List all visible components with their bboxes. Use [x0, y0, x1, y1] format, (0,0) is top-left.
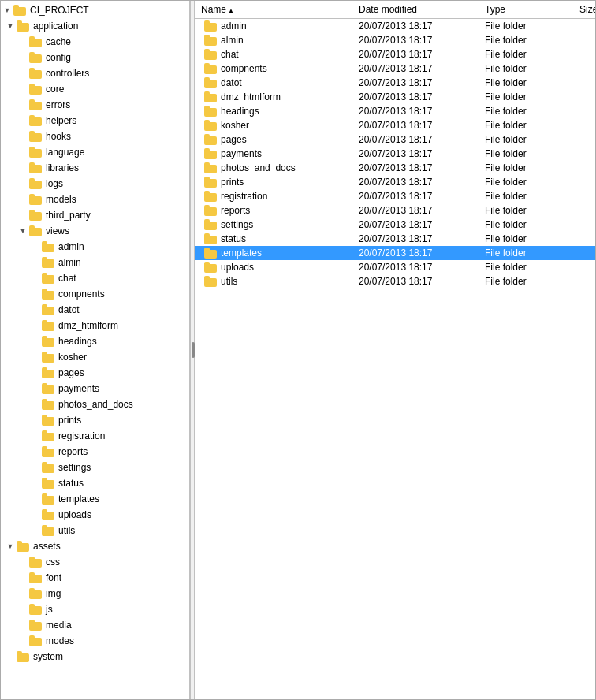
table-row[interactable]: chat 20/07/2013 18:17 File folder [195, 47, 595, 61]
folder-icon [204, 177, 218, 188]
tree-item[interactable]: almin [1, 255, 189, 270]
table-row[interactable]: headings 20/07/2013 18:17 File folder [195, 104, 595, 118]
tree-item[interactable]: cache [1, 34, 189, 50]
folder-icon [204, 276, 218, 287]
tree-item[interactable]: templates [1, 491, 189, 507]
tree-item[interactable]: registration [1, 428, 189, 444]
table-row[interactable]: settings 20/07/2013 18:17 File folder [195, 218, 595, 232]
tree-item[interactable]: logs [1, 176, 189, 192]
table-row[interactable]: payments 20/07/2013 18:17 File folder [195, 147, 595, 161]
file-date-cell: 20/07/2013 18:17 [352, 176, 479, 188]
file-type-cell: File folder [479, 233, 573, 245]
tree-item[interactable]: kosher [1, 349, 189, 365]
divider-handle [192, 342, 195, 358]
folder-icon [29, 194, 43, 205]
file-date-cell: 20/07/2013 18:17 [352, 204, 479, 217]
table-row[interactable]: compnents 20/07/2013 18:17 File folder [195, 61, 595, 76]
tree-item[interactable]: hooks [1, 128, 189, 144]
panel-divider[interactable] [190, 1, 195, 699]
tree-item[interactable]: photos_and_docs [1, 397, 189, 412]
table-row[interactable]: dmz_htmlform 20/07/2013 18:17 File folde… [195, 90, 595, 104]
table-row[interactable]: templates 20/07/2013 18:17 File folder [195, 246, 595, 260]
tree-item[interactable]: js [1, 601, 189, 617]
table-row[interactable]: status 20/07/2013 18:17 File folder [195, 232, 595, 246]
tree-label: media [46, 618, 72, 632]
tree-item[interactable]: admin [1, 239, 189, 255]
table-row[interactable]: prints 20/07/2013 18:17 File folder [195, 175, 595, 189]
tree-item[interactable]: prints [1, 412, 189, 428]
table-row[interactable]: photos_and_docs 20/07/2013 18:17 File fo… [195, 161, 595, 175]
header-type[interactable]: Type [479, 2, 573, 17]
tree-label: img [46, 586, 61, 601]
tree-item[interactable]: uploads [1, 507, 189, 523]
folder-icon [29, 557, 43, 568]
file-name-cell: datot [195, 76, 352, 89]
tree-item[interactable]: libraries [1, 160, 189, 176]
expand-icon: ▼ [1, 6, 13, 14]
header-size[interactable]: Size [573, 2, 595, 17]
table-row[interactable]: kosher 20/07/2013 18:17 File folder [195, 118, 595, 132]
tree-item[interactable]: payments [1, 381, 189, 397]
tree-item[interactable]: compnents [1, 286, 189, 302]
tree-item[interactable]: font [1, 570, 189, 586]
folder-icon [204, 248, 218, 259]
folder-icon [204, 219, 218, 230]
table-row[interactable]: datot 20/07/2013 18:17 File folder [195, 76, 595, 90]
tree-item[interactable]: third_party [1, 207, 189, 223]
file-date-cell: 20/07/2013 18:17 [352, 91, 479, 103]
folder-icon [204, 233, 218, 244]
file-name-cell: uploads [195, 261, 352, 274]
tree-item[interactable]: img [1, 586, 189, 601]
tree-item[interactable]: utils [1, 523, 189, 538]
tree-item[interactable]: ▼ assets [1, 538, 189, 554]
tree-item[interactable]: controllers [1, 65, 189, 81]
tree-item[interactable]: ▼ views [1, 223, 189, 239]
header-date[interactable]: Date modified [352, 2, 479, 17]
tree-item[interactable]: config [1, 50, 189, 65]
tree-item[interactable]: headings [1, 333, 189, 349]
tree-item[interactable]: status [1, 475, 189, 491]
file-date-cell: 20/07/2013 18:17 [352, 247, 479, 259]
tree-item[interactable]: dmz_htmlform [1, 318, 189, 333]
tree-item[interactable]: helpers [1, 113, 189, 128]
tree-item[interactable]: datot [1, 302, 189, 318]
tree-item[interactable]: reports [1, 444, 189, 460]
tree-item[interactable]: modes [1, 633, 189, 649]
tree-item[interactable]: media [1, 617, 189, 633]
file-date-cell: 20/07/2013 18:17 [352, 34, 479, 47]
tree-item[interactable]: models [1, 192, 189, 207]
left-panel[interactable]: ▼ CI_PROJECT ▼ application cache config … [1, 1, 190, 699]
tree-item[interactable]: css [1, 554, 189, 570]
tree-label: hooks [46, 129, 71, 143]
tree-item[interactable]: ▼ application [1, 18, 189, 34]
tree-label: settings [58, 460, 91, 475]
table-row[interactable]: uploads 20/07/2013 18:17 File folder [195, 260, 595, 274]
folder-icon [42, 289, 56, 300]
tree-item[interactable]: system [1, 649, 189, 665]
tree-item-root[interactable]: ▼ CI_PROJECT [1, 2, 189, 18]
tree-label: font [46, 571, 61, 585]
tree-label: models [46, 192, 76, 207]
header-name[interactable]: Name▲ [195, 2, 352, 17]
tree-label: chat [58, 271, 76, 285]
tree-item[interactable]: pages [1, 365, 189, 381]
table-row[interactable]: pages 20/07/2013 18:17 File folder [195, 132, 595, 147]
folder-icon [29, 84, 43, 95]
tree-item[interactable]: chat [1, 270, 189, 286]
table-row[interactable]: admin 20/07/2013 18:17 File folder [195, 19, 595, 33]
table-row[interactable]: almin 20/07/2013 18:17 File folder [195, 33, 595, 47]
file-size-cell [573, 139, 595, 140]
folder-icon [204, 120, 218, 131]
right-panel[interactable]: Name▲ Date modified Type Size admin 20/0… [195, 1, 595, 699]
table-row[interactable]: utils 20/07/2013 18:17 File folder [195, 274, 595, 289]
file-type-cell: File folder [479, 20, 573, 32]
table-row[interactable]: registration 20/07/2013 18:17 File folde… [195, 189, 595, 203]
table-row[interactable]: reports 20/07/2013 18:17 File folder [195, 203, 595, 218]
tree-item[interactable]: errors [1, 97, 189, 113]
folder-icon [42, 336, 56, 347]
tree-item[interactable]: language [1, 144, 189, 160]
tree-item[interactable]: core [1, 81, 189, 97]
file-name-cell: almin [195, 34, 352, 47]
file-name-cell: reports [195, 204, 352, 217]
tree-item[interactable]: settings [1, 460, 189, 475]
